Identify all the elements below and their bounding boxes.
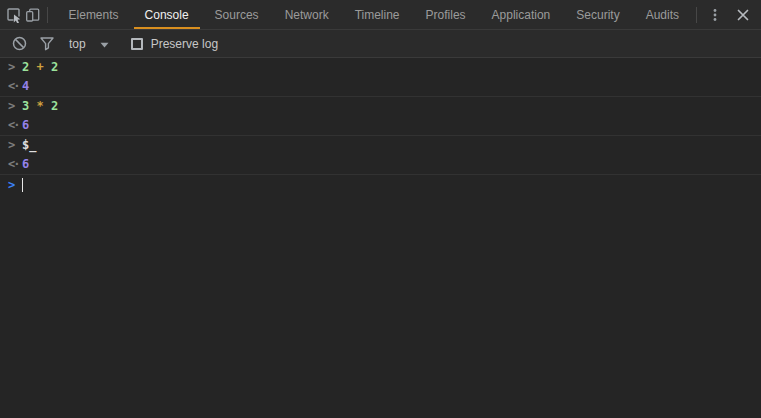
tab-application[interactable]: Application	[479, 0, 564, 29]
history-prompt-icon: >	[8, 60, 22, 74]
console-input-expression: 3 * 2	[22, 99, 58, 113]
block-circle-icon	[12, 36, 27, 51]
console-result-row: <·6	[0, 155, 761, 174]
inspect-element-button[interactable]	[4, 2, 23, 28]
toolbar-divider	[696, 7, 697, 23]
console-prompt[interactable]: >	[0, 175, 761, 195]
tab-timeline[interactable]: Timeline	[342, 0, 413, 29]
panel-tabs: ElementsConsoleSourcesNetworkTimelinePro…	[56, 0, 692, 29]
return-value-icon: <·	[8, 118, 22, 132]
toolbar-divider	[47, 7, 48, 23]
history-prompt-icon: >	[8, 138, 22, 152]
tab-audits[interactable]: Audits	[633, 0, 692, 29]
inspect-cursor-icon	[6, 7, 22, 23]
console-entry: >2 + 2<·4	[0, 58, 761, 97]
chevron-down-icon	[100, 37, 109, 51]
console-entry: >$_<·6	[0, 136, 761, 175]
tab-profiles[interactable]: Profiles	[413, 0, 479, 29]
clear-console-button[interactable]	[5, 31, 33, 57]
tab-console[interactable]: Console	[132, 0, 202, 29]
prompt-chevron-icon: >	[8, 178, 22, 192]
return-value-icon: <·	[8, 157, 22, 171]
funnel-icon	[39, 36, 55, 51]
close-icon	[736, 8, 750, 22]
devtools-tabbar: ElementsConsoleSourcesNetworkTimelinePro…	[0, 0, 761, 30]
console-input-row: >2 + 2	[0, 58, 761, 77]
more-options-button[interactable]	[701, 2, 729, 28]
tab-elements[interactable]: Elements	[56, 0, 132, 29]
console-output: >2 + 2<·4>3 * 2<·6>$_<·6>	[0, 58, 761, 418]
kebab-menu-icon	[707, 7, 723, 23]
close-devtools-button[interactable]	[729, 2, 757, 28]
device-toolbar-icon	[25, 7, 41, 23]
tab-network[interactable]: Network	[272, 0, 342, 29]
console-input-row: >3 * 2	[0, 97, 761, 116]
devtools-panel: ElementsConsoleSourcesNetworkTimelinePro…	[0, 0, 761, 418]
console-input-expression: $_	[22, 138, 36, 152]
console-result-row: <·4	[0, 77, 761, 96]
execution-context-selector[interactable]: top	[69, 37, 109, 51]
return-value-icon: <·	[8, 79, 22, 93]
console-input-expression: 2 + 2	[22, 60, 58, 74]
tab-security[interactable]: Security	[563, 0, 632, 29]
console-entry: >3 * 2<·6	[0, 97, 761, 136]
preserve-log-toggle[interactable]: Preserve log	[131, 37, 218, 51]
console-input-row: >$_	[0, 136, 761, 155]
console-result-value: 6	[22, 118, 29, 132]
console-result-value: 4	[22, 79, 29, 93]
console-result-value: 6	[22, 157, 29, 171]
history-prompt-icon: >	[8, 99, 22, 113]
preserve-log-checkbox[interactable]	[131, 38, 143, 50]
text-cursor	[22, 178, 23, 192]
preserve-log-label: Preserve log	[151, 37, 218, 51]
filter-button[interactable]	[33, 31, 61, 57]
tabbar-right-controls	[692, 0, 761, 29]
console-toolbar: top Preserve log	[0, 30, 761, 58]
device-toolbar-button[interactable]	[23, 2, 42, 28]
execution-context-label: top	[69, 37, 86, 51]
tab-sources[interactable]: Sources	[202, 0, 272, 29]
console-result-row: <·6	[0, 116, 761, 135]
